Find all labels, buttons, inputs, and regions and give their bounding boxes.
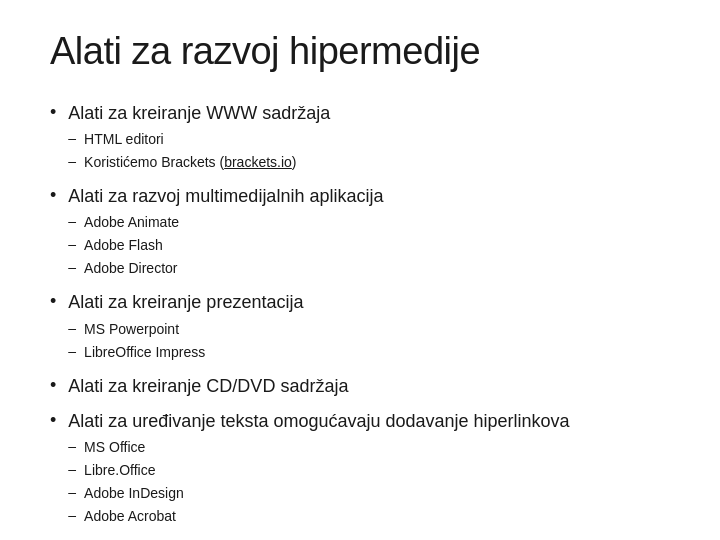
bullet-dot-5: • bbox=[50, 410, 56, 431]
sub-dash-2-2: – bbox=[68, 236, 76, 252]
bullet-section-2: • Alati za razvoj multimedijalnih aplika… bbox=[50, 184, 670, 280]
slide-title: Alati za razvoj hipermedije bbox=[50, 30, 670, 73]
bullet-text-1: Alati za kreiranje WWW sadržaja bbox=[68, 103, 330, 123]
sub-text-5-3: Adobe InDesign bbox=[84, 483, 184, 504]
bullet-section-4: • Alati za kreiranje CD/DVD sadržaja bbox=[50, 374, 670, 399]
bullet-text-5: Alati za uređivanje teksta omogućavaju d… bbox=[68, 411, 569, 431]
bullet-row-1: • Alati za kreiranje WWW sadržaja – HTML… bbox=[50, 101, 670, 174]
sub-text-3-1: MS Powerpoint bbox=[84, 319, 179, 340]
sub-dash-5-3: – bbox=[68, 484, 76, 500]
sub-text-2-3: Adobe Director bbox=[84, 258, 177, 279]
bullet-content-1: Alati za kreiranje WWW sadržaja – HTML e… bbox=[68, 101, 330, 174]
sub-item-1-1: – HTML editori bbox=[68, 129, 330, 150]
sub-dash-3-1: – bbox=[68, 320, 76, 336]
sub-dash-5-1: – bbox=[68, 438, 76, 454]
bullet-row-2: • Alati za razvoj multimedijalnih aplika… bbox=[50, 184, 670, 280]
sub-text-5-2: Libre.Office bbox=[84, 460, 155, 481]
sub-dash-1-1: – bbox=[68, 130, 76, 146]
sub-item-5-1: – MS Office bbox=[68, 437, 569, 458]
bullet-text-3: Alati za kreiranje prezentacija bbox=[68, 292, 303, 312]
bullet-dot-1: • bbox=[50, 102, 56, 123]
sub-dash-1-2: – bbox=[68, 153, 76, 169]
slide-content: • Alati za kreiranje WWW sadržaja – HTML… bbox=[50, 101, 670, 538]
bullet-row-3: • Alati za kreiranje prezentacija – MS P… bbox=[50, 290, 670, 363]
sub-list-1: – HTML editori – Koristićemo Brackets (b… bbox=[68, 129, 330, 174]
sub-dash-5-4: – bbox=[68, 507, 76, 523]
bullet-section-5: • Alati za uređivanje teksta omogućavaju… bbox=[50, 409, 670, 528]
bullet-text-2: Alati za razvoj multimedijalnih aplikaci… bbox=[68, 186, 383, 206]
bullet-row-4: • Alati za kreiranje CD/DVD sadržaja bbox=[50, 374, 670, 399]
sub-item-5-4: – Adobe Acrobat bbox=[68, 506, 569, 527]
sub-text-5-1: MS Office bbox=[84, 437, 145, 458]
slide: Alati za razvoj hipermedije • Alati za k… bbox=[0, 0, 720, 540]
bullet-section-1: • Alati za kreiranje WWW sadržaja – HTML… bbox=[50, 101, 670, 174]
bullet-row-5: • Alati za uređivanje teksta omogućavaju… bbox=[50, 409, 670, 528]
bullet-text-4: Alati za kreiranje CD/DVD sadržaja bbox=[68, 374, 348, 399]
sub-dash-2-1: – bbox=[68, 213, 76, 229]
sub-text-1-1: HTML editori bbox=[84, 129, 164, 150]
sub-item-2-3: – Adobe Director bbox=[68, 258, 383, 279]
sub-text-5-4: Adobe Acrobat bbox=[84, 506, 176, 527]
sub-item-5-3: – Adobe InDesign bbox=[68, 483, 569, 504]
bullet-content-5: Alati za uređivanje teksta omogućavaju d… bbox=[68, 409, 569, 528]
bullet-dot-2: • bbox=[50, 185, 56, 206]
sub-text-1-2: Koristićemo Brackets (brackets.io) bbox=[84, 152, 296, 173]
sub-dash-3-2: – bbox=[68, 343, 76, 359]
sub-list-2: – Adobe Animate – Adobe Flash – Adobe Di… bbox=[68, 212, 383, 280]
sub-item-5-2: – Libre.Office bbox=[68, 460, 569, 481]
bullet-dot-4: • bbox=[50, 375, 56, 396]
sub-item-3-1: – MS Powerpoint bbox=[68, 319, 303, 340]
bullet-content-3: Alati za kreiranje prezentacija – MS Pow… bbox=[68, 290, 303, 363]
bullet-content-2: Alati za razvoj multimedijalnih aplikaci… bbox=[68, 184, 383, 280]
sub-text-2-2: Adobe Flash bbox=[84, 235, 163, 256]
bullet-section-3: • Alati za kreiranje prezentacija – MS P… bbox=[50, 290, 670, 363]
sub-item-2-1: – Adobe Animate bbox=[68, 212, 383, 233]
sub-item-3-2: – LibreOffice Impress bbox=[68, 342, 303, 363]
bullet-dot-3: • bbox=[50, 291, 56, 312]
sub-text-3-2: LibreOffice Impress bbox=[84, 342, 205, 363]
sub-text-2-1: Adobe Animate bbox=[84, 212, 179, 233]
brackets-link[interactable]: brackets.io bbox=[224, 154, 292, 170]
sub-dash-5-2: – bbox=[68, 461, 76, 477]
sub-dash-2-3: – bbox=[68, 259, 76, 275]
sub-list-5: – MS Office – Libre.Office – Adobe InDes… bbox=[68, 437, 569, 528]
sub-list-3: – MS Powerpoint – LibreOffice Impress bbox=[68, 319, 303, 364]
sub-item-1-2: – Koristićemo Brackets (brackets.io) bbox=[68, 152, 330, 173]
sub-item-2-2: – Adobe Flash bbox=[68, 235, 383, 256]
